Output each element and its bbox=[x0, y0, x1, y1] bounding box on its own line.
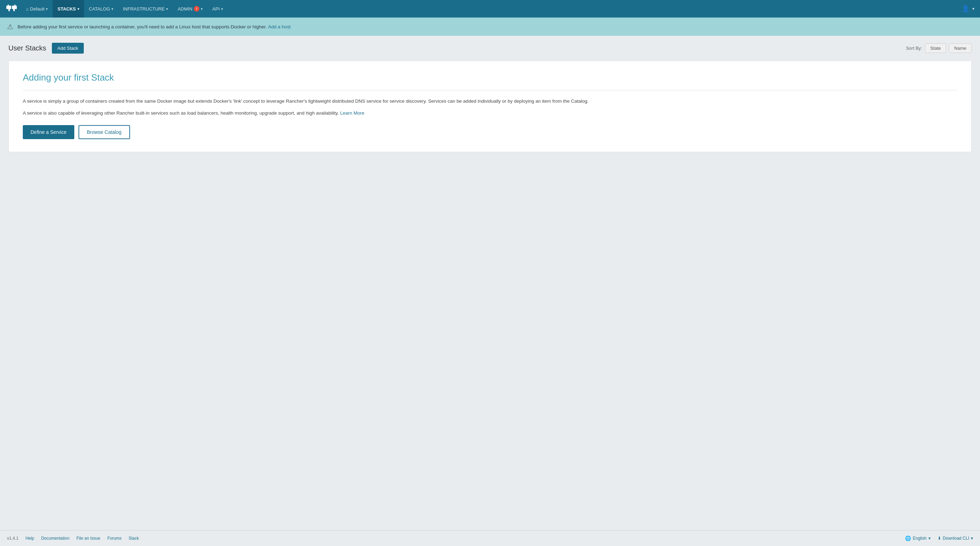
alert-text: Before adding your first service or laun… bbox=[18, 24, 291, 29]
browse-catalog-button[interactable]: Browse Catalog bbox=[78, 125, 130, 139]
globe-icon: 🌐 bbox=[905, 535, 911, 541]
nav-api[interactable]: API ▾ bbox=[207, 0, 228, 18]
navbar: ⌂ Default ▾ STACKS ▾ CATALOG ▾ INFRASTRU… bbox=[0, 0, 980, 18]
home-icon: ⌂ bbox=[26, 6, 29, 11]
admin-badge: ! bbox=[194, 6, 199, 11]
add-stack-button[interactable]: Add Stack bbox=[52, 43, 84, 54]
nav-catalog[interactable]: CATALOG ▾ bbox=[84, 0, 118, 18]
default-chevron: ▾ bbox=[46, 7, 48, 11]
svg-rect-3 bbox=[13, 8, 15, 11]
api-chevron: ▾ bbox=[221, 7, 223, 11]
version-label: v1.4.1 bbox=[7, 536, 19, 541]
sort-name-button[interactable]: Name bbox=[949, 43, 972, 53]
page-title: User Stacks bbox=[8, 44, 46, 52]
nav-admin[interactable]: ADMIN ! ▾ bbox=[173, 0, 207, 18]
card-actions: Define a Service Browse Catalog bbox=[23, 125, 957, 139]
alert-banner: ⚠ Before adding your first service or la… bbox=[0, 18, 980, 36]
admin-chevron: ▾ bbox=[201, 7, 203, 11]
toolbar: User Stacks Add Stack Sort By: State Nam… bbox=[8, 43, 972, 54]
sort-state-button[interactable]: State bbox=[925, 43, 946, 53]
catalog-chevron: ▾ bbox=[111, 7, 113, 11]
forums-link[interactable]: Forums bbox=[107, 536, 122, 541]
download-icon: ⬇ bbox=[938, 536, 941, 541]
main-content: User Stacks Add Stack Sort By: State Nam… bbox=[0, 36, 980, 530]
issue-link[interactable]: File an Issue bbox=[76, 536, 100, 541]
card-title: Adding your first Stack bbox=[23, 72, 957, 83]
download-chevron: ▾ bbox=[971, 536, 973, 541]
download-cli-button[interactable]: ⬇ Download CLI ▾ bbox=[938, 536, 973, 541]
learn-more-link[interactable]: Learn More bbox=[340, 110, 364, 116]
card-divider bbox=[23, 90, 957, 91]
svg-rect-5 bbox=[14, 5, 16, 6]
svg-rect-2 bbox=[8, 8, 10, 11]
infrastructure-chevron: ▾ bbox=[166, 7, 168, 11]
add-host-link[interactable]: Add a host bbox=[268, 24, 291, 29]
footer: v1.4.1 Help Documentation File an Issue … bbox=[0, 530, 980, 546]
help-link[interactable]: Help bbox=[25, 536, 34, 541]
docs-link[interactable]: Documentation bbox=[41, 536, 69, 541]
nav-stacks[interactable]: STACKS ▾ bbox=[52, 0, 84, 18]
user-dropdown-chevron[interactable]: ▾ bbox=[972, 6, 974, 11]
footer-right: 🌐 English ▾ ⬇ Download CLI ▾ bbox=[905, 535, 973, 541]
user-icon[interactable]: 👤 bbox=[962, 5, 969, 13]
warning-icon: ⚠ bbox=[7, 22, 13, 31]
sort-controls: Sort By: State Name bbox=[906, 43, 972, 53]
svg-rect-4 bbox=[8, 5, 9, 6]
sort-label: Sort By: bbox=[906, 46, 922, 51]
language-selector[interactable]: 🌐 English ▾ bbox=[905, 535, 930, 541]
define-service-button[interactable]: Define a Service bbox=[23, 125, 74, 139]
brand-logo[interactable] bbox=[6, 3, 18, 14]
language-chevron: ▾ bbox=[929, 536, 931, 541]
nav-default[interactable]: ⌂ Default ▾ bbox=[21, 0, 52, 18]
card-paragraph2: A service is also capable of leveraging … bbox=[23, 109, 957, 117]
nav-right: 👤 ▾ bbox=[962, 5, 974, 13]
card-paragraph1: A service is simply a group of container… bbox=[23, 97, 957, 105]
stacks-chevron: ▾ bbox=[78, 7, 79, 11]
welcome-card: Adding your first Stack A service is sim… bbox=[8, 60, 972, 152]
nav-infrastructure[interactable]: INFRASTRUCTURE ▾ bbox=[118, 0, 173, 18]
slack-link[interactable]: Slack bbox=[129, 536, 139, 541]
